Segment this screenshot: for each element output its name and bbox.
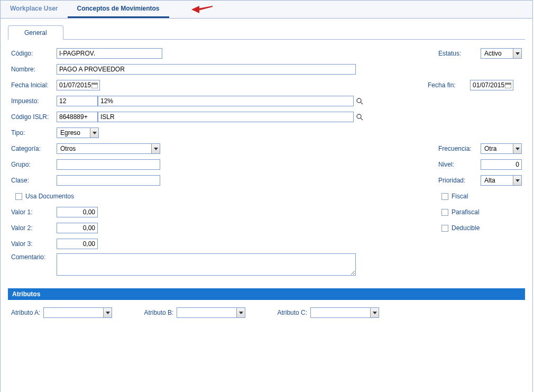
grupo-input[interactable]	[57, 159, 160, 170]
nivel-input[interactable]	[481, 159, 522, 170]
calendar-icon[interactable]	[90, 81, 99, 89]
valor2-input[interactable]	[57, 223, 98, 233]
label-nombre: Nombre:	[11, 66, 57, 73]
label-codigo-islr: Código ISLR:	[11, 113, 57, 121]
pointer-arrow-icon	[189, 4, 213, 14]
valor1-input[interactable]	[57, 207, 98, 217]
prioridad-select[interactable]: Alta	[481, 175, 522, 186]
label-atributo-c: Atributo C:	[277, 309, 307, 316]
atributo-c-select[interactable]	[310, 307, 379, 318]
islr-desc-input[interactable]	[98, 112, 354, 122]
label-prioridad: Prioridad:	[438, 177, 477, 184]
label-valor1: Valor 1:	[11, 208, 57, 216]
search-icon[interactable]	[356, 113, 363, 121]
svg-point-5	[357, 98, 361, 103]
usa-documentos-checkbox[interactable]	[15, 193, 22, 200]
fiscal-checkbox[interactable]	[441, 193, 448, 200]
label-tipo: Tipo:	[11, 129, 57, 136]
label-frecuencia: Frecuencia:	[438, 145, 477, 152]
parafiscal-checkbox[interactable]	[441, 209, 448, 216]
svg-line-6	[361, 102, 363, 104]
inner-tabs: General	[8, 25, 525, 40]
tipo-select[interactable]: Egreso	[57, 127, 99, 138]
label-fecha-inicial: Fecha Inicial:	[11, 81, 57, 89]
svg-rect-2	[91, 83, 98, 85]
atributos-header: Atributos	[8, 288, 525, 300]
valor3-input[interactable]	[57, 239, 98, 249]
label-estatus: Estatus:	[438, 50, 477, 57]
tab-conceptos-movimientos[interactable]: Conceptos de Movimientos	[68, 1, 169, 18]
impuesto-codigo-input[interactable]	[57, 96, 98, 106]
impuesto-desc-input[interactable]	[98, 96, 354, 106]
islr-codigo-input[interactable]	[57, 112, 98, 122]
frecuencia-select[interactable]: Otra	[481, 143, 522, 154]
svg-marker-0	[191, 6, 199, 13]
tab-workplace-user[interactable]: Workplace User	[1, 1, 68, 18]
svg-rect-4	[505, 83, 511, 85]
top-tabs: Workplace User Conceptos de Movimientos	[1, 1, 532, 19]
clase-input[interactable]	[57, 175, 160, 186]
label-codigo: Código:	[11, 50, 57, 57]
label-nivel: Nivel:	[438, 161, 477, 168]
deducible-checkbox[interactable]	[441, 225, 448, 232]
categoria-select[interactable]: Otros	[57, 143, 160, 154]
atributo-b-select[interactable]	[177, 307, 245, 318]
label-valor2: Valor 2:	[11, 224, 57, 232]
label-clase: Clase:	[11, 177, 57, 184]
label-fiscal: Fiscal	[452, 193, 468, 200]
svg-line-8	[361, 118, 363, 120]
label-comentario: Comentario:	[11, 253, 57, 261]
search-icon[interactable]	[356, 97, 363, 105]
label-categoria: Categoría:	[11, 145, 57, 152]
nombre-input[interactable]	[57, 64, 356, 75]
svg-point-7	[357, 114, 361, 118]
atributo-a-select[interactable]	[43, 307, 112, 318]
label-fecha-fin: Fecha fin:	[428, 81, 467, 89]
calendar-icon[interactable]	[504, 81, 512, 89]
label-atributo-b: Atributo B:	[144, 309, 173, 316]
estatus-select[interactable]: Activo	[481, 48, 522, 59]
codigo-input[interactable]	[57, 48, 162, 59]
label-impuesto: Impuesto:	[11, 97, 57, 105]
comentario-textarea[interactable]	[57, 253, 356, 276]
label-parafiscal: Parafiscal	[452, 208, 480, 216]
label-deducible: Deducible	[452, 224, 480, 232]
label-grupo: Grupo:	[11, 161, 57, 168]
label-atributo-a: Atributo A:	[11, 309, 40, 316]
label-usa-documentos: Usa Documentos	[25, 193, 74, 200]
label-valor3: Valor 3:	[11, 240, 57, 248]
tab-general[interactable]: General	[8, 25, 63, 40]
